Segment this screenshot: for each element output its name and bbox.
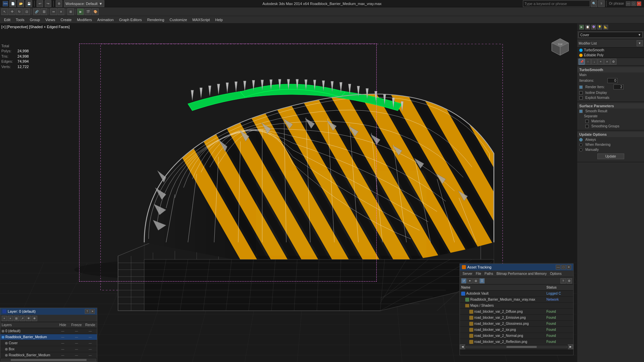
- asset-panel-header[interactable]: Asset Tracking — □ ✕: [460, 264, 573, 270]
- scrollbar-thumb[interactable]: [506, 346, 537, 348]
- icon-add[interactable]: +: [598, 59, 604, 65]
- icon-pin[interactable]: 📌: [579, 59, 585, 65]
- asset-row-normal[interactable]: road_blocker_var_2_Normal.png Found: [460, 333, 573, 339]
- asset-menu-bitmap[interactable]: Bitmap Performance and Memory: [495, 272, 548, 276]
- modifier-turbosmooth[interactable]: TurboSmooth: [577, 48, 644, 53]
- render-setup-btn[interactable]: 🎬: [85, 8, 91, 15]
- asset-settings-btn[interactable]: ⚙: [567, 278, 572, 284]
- asset-row-vault[interactable]: Autodesk Vault Logged C: [460, 291, 573, 297]
- menu-edit[interactable]: Edit: [1, 17, 13, 22]
- layers-scrollbar[interactable]: [0, 358, 97, 362]
- smoothing-groups-checkbox[interactable]: [585, 125, 589, 128]
- unlink-btn[interactable]: ⛓: [41, 8, 47, 15]
- move-btn[interactable]: ✛: [9, 8, 15, 15]
- layer-select-btn[interactable]: ↗: [20, 316, 25, 321]
- options-btn[interactable]: ⚙: [56, 0, 62, 7]
- layer-row-1[interactable]: Roadblock_Barrier_Medium — — —: [0, 334, 97, 340]
- undo-btn[interactable]: ↩: [37, 0, 43, 7]
- asset-highlight-btn[interactable]: ✦: [467, 278, 473, 284]
- layer-btn[interactable]: ⊞: [67, 8, 74, 15]
- search-input[interactable]: [525, 2, 578, 6]
- redo-btn[interactable]: ↪: [45, 0, 51, 7]
- asset-menu-options[interactable]: Options: [549, 272, 563, 276]
- asset-restore-btn[interactable]: □: [561, 265, 566, 269]
- link-btn[interactable]: 🔗: [33, 8, 40, 15]
- menu-create[interactable]: Create: [58, 17, 74, 22]
- icon-move-up[interactable]: ↑: [585, 59, 591, 65]
- asset-grid-btn[interactable]: ⊞: [473, 278, 479, 284]
- asset-menu-file[interactable]: File: [474, 272, 482, 276]
- explicit-normals-checkbox[interactable]: [579, 96, 583, 100]
- scroll-left-btn[interactable]: ◀: [460, 345, 465, 349]
- search-btn[interactable]: 🔍: [591, 0, 597, 7]
- asset-row-main-file[interactable]: Roadblock_Barrier_Medium_max_vray.max Ne…: [460, 297, 573, 303]
- isoline-checkbox[interactable]: [579, 91, 583, 95]
- asset-menu-paths[interactable]: Paths: [483, 272, 495, 276]
- open-file-btn[interactable]: 📂: [17, 0, 24, 7]
- search-box[interactable]: [523, 0, 590, 7]
- save-file-btn[interactable]: 💾: [25, 0, 32, 7]
- icon-configure[interactable]: ⚙: [610, 59, 616, 65]
- layer-merge-btn[interactable]: ⊞: [14, 316, 19, 321]
- asset-list-btn[interactable]: ☰: [479, 278, 485, 284]
- minimize-btn[interactable]: —: [626, 1, 631, 6]
- icon-delete[interactable]: ×: [604, 59, 610, 65]
- navigation-cube[interactable]: TOP: [550, 37, 570, 57]
- render-iters-value[interactable]: 2: [613, 84, 624, 89]
- layer-row-0[interactable]: 0 (default) — — —: [0, 328, 97, 334]
- asset-help-btn[interactable]: ?: [560, 278, 566, 284]
- rotate-btn[interactable]: ↻: [16, 8, 23, 15]
- modifier-editable-poly[interactable]: Editable Poly: [577, 53, 644, 58]
- icon-move-down[interactable]: ↓: [591, 59, 597, 65]
- mirror-btn[interactable]: ⇔: [50, 8, 57, 15]
- smooth-result-checkbox[interactable]: [579, 110, 583, 113]
- layer-row-cover[interactable]: Cover — — —: [0, 340, 97, 346]
- select-btn[interactable]: ↖: [1, 8, 8, 15]
- menu-customize[interactable]: Customize: [167, 17, 190, 22]
- asset-menu-server[interactable]: Server: [461, 272, 474, 276]
- menu-rendering[interactable]: Rendering: [145, 17, 167, 22]
- render-iters-checkbox[interactable]: [579, 85, 583, 89]
- always-radio[interactable]: [579, 138, 583, 141]
- manually-radio[interactable]: [579, 148, 583, 152]
- layers-panel-header[interactable]: Layer: 0 (default) ? ✕: [0, 308, 97, 315]
- asset-row-diffuse[interactable]: road_blocker_var_2_Diffuse.png Found: [460, 309, 573, 315]
- asset-close-btn[interactable]: ✕: [567, 265, 571, 269]
- menu-tools[interactable]: Tools: [13, 17, 27, 22]
- cover-dropdown[interactable]: Cover ▼: [579, 32, 643, 38]
- asset-row-ior[interactable]: road_blocker_var_2_ior.png Found: [460, 327, 573, 333]
- menu-graph-editors[interactable]: Graph Editors: [116, 17, 145, 22]
- when-rendering-radio[interactable]: [579, 143, 583, 146]
- asset-refresh-btn[interactable]: ↺: [461, 278, 467, 284]
- layer-row-2[interactable]: Roadblock_Barrier_Medium — — —: [0, 352, 97, 358]
- scroll-right-btn[interactable]: ▶: [568, 345, 573, 349]
- asset-scrollbar[interactable]: ◀ ▶: [460, 344, 573, 349]
- panel-icon-2[interactable]: 📋: [585, 25, 590, 29]
- scale-btn[interactable]: ⊡: [23, 8, 30, 15]
- maximize-btn[interactable]: □: [631, 1, 636, 6]
- asset-row-reflection[interactable]: road_blocker_var_2_Reflection.png Found: [460, 339, 573, 344]
- layer-add-btn[interactable]: +: [2, 316, 7, 321]
- menu-maxscript[interactable]: MAXScript: [190, 17, 213, 22]
- iterations-value[interactable]: 0: [607, 78, 618, 83]
- layers-help-btn[interactable]: ?: [85, 309, 90, 314]
- panel-icon-4[interactable]: 💡: [597, 25, 602, 29]
- asset-row-glossiness[interactable]: road_blocker_var_2_Glossiness.png Found: [460, 321, 573, 327]
- menu-views[interactable]: Views: [43, 17, 58, 22]
- menu-animation[interactable]: Animation: [95, 17, 116, 22]
- material-btn[interactable]: 🎨: [92, 8, 99, 15]
- asset-minimize-btn[interactable]: —: [556, 265, 560, 269]
- render-btn[interactable]: ▶: [77, 8, 84, 15]
- layer-freeze-btn[interactable]: ❄: [32, 316, 37, 321]
- panel-icon-5[interactable]: 📐: [603, 25, 608, 29]
- modifier-list-arrow[interactable]: ▼: [637, 40, 643, 46]
- align-btn[interactable]: ≡: [58, 8, 64, 15]
- menu-modifiers[interactable]: Modifiers: [74, 17, 95, 22]
- layer-row-box[interactable]: Box — — —: [0, 346, 97, 352]
- menu-group[interactable]: Group: [27, 17, 43, 22]
- workspace-dropdown[interactable]: Workspace: Default ▼: [64, 0, 104, 7]
- asset-row-folder[interactable]: Maps / Shaders: [460, 303, 573, 309]
- panel-icon-3[interactable]: 🔮: [591, 25, 596, 29]
- asset-row-emissive[interactable]: road_blocker_var_2_Emissive.png Found: [460, 315, 573, 321]
- materials-checkbox[interactable]: [585, 120, 589, 123]
